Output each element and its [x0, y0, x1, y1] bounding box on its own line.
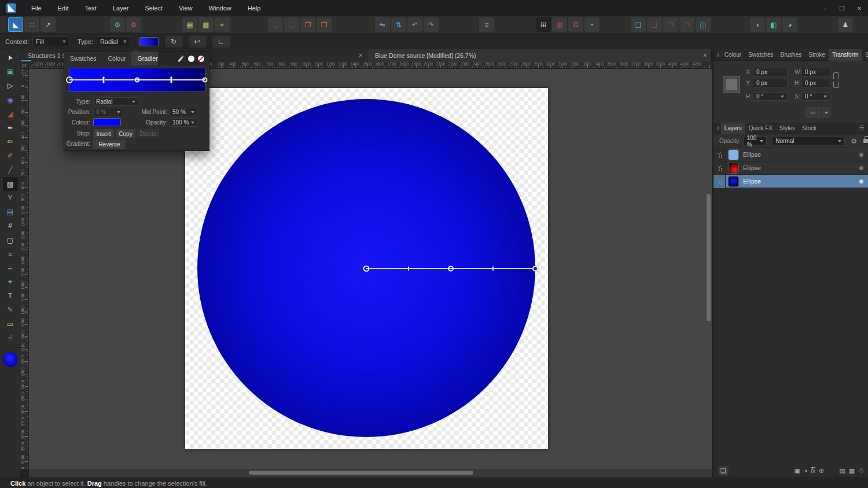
gradient-swatch-button[interactable] — [139, 37, 159, 46]
menu-select[interactable]: Select — [137, 0, 171, 16]
menu-help[interactable]: Help — [240, 0, 269, 16]
tab-colour[interactable]: Colour — [721, 49, 745, 61]
place-image-tool[interactable]: ▤ — [3, 205, 18, 219]
vector-brush-tool[interactable]: ✐ — [3, 149, 18, 163]
tab-brushes[interactable]: Brushes — [777, 49, 806, 61]
pixel-persona-icon[interactable]: ∷ — [24, 17, 39, 32]
layer-stack-icon[interactable]: ❏ — [718, 466, 729, 475]
gradient-preview-bar[interactable] — [69, 68, 205, 92]
insert-on-top-icon[interactable]: ◕ — [782, 17, 797, 32]
menu-text[interactable]: Text — [77, 0, 105, 16]
preferences-gear-icon[interactable]: ⚙ — [110, 17, 125, 32]
move-tool[interactable]: ➤ — [3, 51, 18, 65]
minimize-button[interactable]: – — [816, 0, 833, 16]
blend-options-gear-icon[interactable]: ⚙ — [851, 137, 857, 145]
x-field[interactable]: 0 px — [753, 68, 788, 76]
view-tool[interactable]: ☝ — [3, 331, 18, 345]
popup-gradient-stop[interactable] — [135, 78, 140, 83]
panel-drag-handle[interactable]: ‖ — [717, 52, 719, 58]
alignment-icon[interactable]: ≡ — [479, 17, 494, 32]
fill-tool[interactable]: ▧ — [3, 177, 18, 191]
popup-gradient-midpoint[interactable] — [102, 77, 104, 83]
tab-close-icon[interactable]: ✕ — [358, 53, 363, 58]
reverse-gradient-button[interactable]: ↩ — [189, 36, 206, 47]
layer-visibility-toggle[interactable] — [859, 166, 863, 170]
rotate-ccw-icon[interactable]: ↶ — [407, 17, 422, 32]
measure-tool[interactable]: ▭ — [3, 317, 18, 331]
gradient-stop-handle[interactable] — [363, 266, 370, 272]
close-button[interactable]: ✕ — [851, 0, 868, 16]
tab-stroke[interactable]: Stroke — [805, 49, 829, 61]
insert-inside-icon[interactable]: ◧ — [766, 17, 781, 32]
ellipse-tool[interactable]: ○ — [3, 247, 18, 261]
document-tab[interactable]: Blue Dome source [Modified] (26.7%)✕ — [367, 49, 712, 62]
account-icon[interactable]: ♟ — [838, 17, 853, 32]
layer-thumbnail-icon[interactable] — [728, 149, 739, 160]
transform-origin-button[interactable]: ▱ — [805, 107, 821, 118]
copy-stop-button[interactable]: Copy — [116, 129, 135, 138]
stop-opacity-select[interactable]: 100 % — [170, 118, 197, 127]
layer-visibility-toggle[interactable] — [859, 153, 863, 157]
force-pixel-alignment-icon[interactable]: ▥ — [552, 17, 567, 32]
w-field[interactable]: 0 px — [801, 68, 830, 76]
popup-tab-colour[interactable]: Colour — [102, 52, 132, 65]
rotate-gradient-button[interactable]: ↻ — [165, 36, 182, 47]
gradient-stop-handle[interactable] — [448, 266, 454, 271]
white-swatch-icon[interactable] — [188, 56, 194, 62]
flip-vertical-icon[interactable]: ⇅ — [391, 17, 406, 32]
y-field[interactable]: 0 px — [753, 79, 788, 87]
panel-drag-handle[interactable]: ‖ — [717, 126, 719, 131]
tab-swatches[interactable]: Swatches — [745, 49, 777, 61]
rotation-centre-icon[interactable]: ⌖ — [215, 17, 230, 32]
context-select[interactable]: Fill — [32, 36, 69, 46]
rotate-cw-icon[interactable]: ↷ — [424, 17, 439, 32]
horizontal-scrollbar[interactable] — [249, 471, 473, 475]
restore-button[interactable]: ❐ — [833, 0, 851, 16]
layer-row[interactable]: Ellipse — [713, 175, 868, 188]
layer-thumbnail-icon[interactable] — [728, 176, 739, 187]
move-to-back-icon[interactable]: ❐ — [317, 17, 332, 32]
new-pixel-layer-icon[interactable]: ▦ — [849, 467, 855, 475]
anchor-point-selector-icon[interactable] — [723, 76, 740, 93]
transparency-tool[interactable]: Y — [3, 191, 18, 205]
tab-stock[interactable]: Stock — [799, 123, 820, 134]
popup-gradient-stop[interactable] — [203, 78, 208, 83]
tab-quick-fx[interactable]: Quick FX — [745, 123, 776, 134]
reverse-gradient-popup-button[interactable]: Reverse — [93, 140, 126, 149]
blend-mode-select[interactable]: Normal — [772, 137, 845, 145]
popup-type-select[interactable]: Radial — [93, 97, 138, 106]
menu-layer[interactable]: Layer — [105, 0, 137, 16]
lock-icon[interactable] — [863, 139, 868, 143]
insert-behind-icon[interactable]: ◖ — [750, 17, 765, 32]
h-field[interactable]: 0 px — [801, 79, 830, 87]
popup-gradient-stop[interactable] — [66, 76, 73, 83]
node-tool[interactable]: ▷ — [3, 79, 18, 93]
ruler-units-corner[interactable]: px — [20, 62, 29, 69]
live-filter-icon[interactable]: ⊕ — [819, 467, 824, 475]
layer-thumbnail-icon[interactable] — [728, 163, 739, 174]
layer-row[interactable]: Ellipse — [713, 162, 868, 175]
artboard-tool[interactable]: ▣ — [3, 65, 18, 79]
show-grid-icon[interactable]: ⊞ — [536, 17, 551, 32]
pen-tool[interactable]: ✒ — [3, 121, 18, 135]
guides-grid-icon[interactable]: ▩ — [198, 17, 214, 32]
frame-text-tool[interactable]: T — [3, 289, 18, 303]
gradient-end-handle[interactable] — [532, 266, 538, 271]
arrow-shape-tool[interactable]: ⇔ — [3, 261, 18, 275]
ruler-origin-button[interactable]: ∟ — [212, 36, 230, 47]
rotation-select[interactable]: 0 ° — [753, 92, 788, 101]
vertical-scrollbar[interactable] — [707, 194, 711, 321]
colour-picker-icon[interactable] — [177, 55, 185, 63]
popup-gradient-midpoint[interactable] — [170, 77, 172, 83]
revert-defaults-gear-icon[interactable]: ⚙ — [126, 17, 141, 32]
gradient-type-select[interactable]: Radial — [97, 36, 130, 46]
mask-layer-icon[interactable]: ▣ — [794, 467, 800, 475]
gradient-midpoint-handle[interactable] — [408, 267, 409, 271]
corner-tool[interactable]: ◢ — [3, 107, 18, 121]
layer-visibility-toggle[interactable] — [859, 179, 863, 184]
designer-persona-icon[interactable]: ◣ — [8, 17, 23, 32]
flip-horizontal-icon[interactable]: ⇋ — [375, 17, 390, 32]
export-persona-icon[interactable]: ↗ — [41, 17, 56, 32]
shear-select[interactable]: 0 ° — [801, 92, 830, 101]
stop-colour-swatch[interactable] — [93, 118, 121, 126]
